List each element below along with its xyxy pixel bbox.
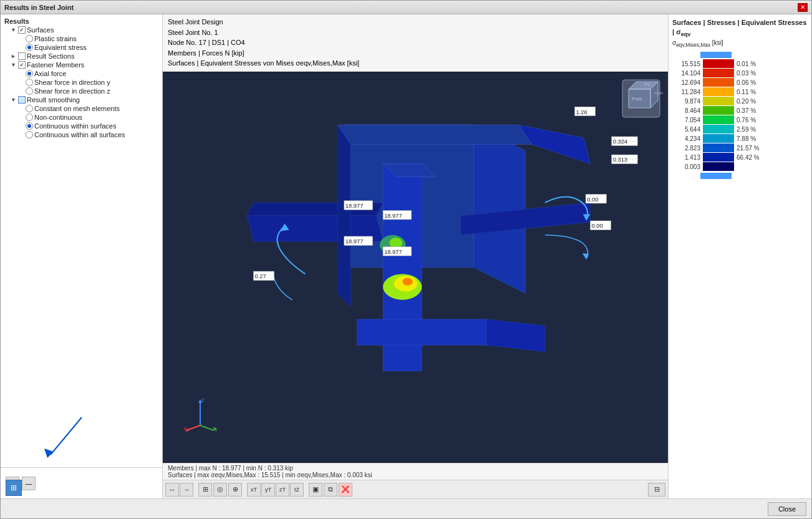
legend-color-swatch xyxy=(703,125,734,133)
legend-pct: 7.88 % xyxy=(737,135,756,142)
tree-row-cont-surf[interactable]: Continuous within surfaces xyxy=(3,122,160,130)
legend-value: 8.464 xyxy=(672,107,700,114)
minus-button[interactable]: — xyxy=(22,477,36,490)
legend-color-swatch xyxy=(703,59,734,68)
legend-color-swatch xyxy=(703,162,734,171)
legend-row: 5.644 2.59 % xyxy=(672,125,808,133)
left-panel: Results ▼ Surfaces Plastic strains Equiv… xyxy=(1,14,163,498)
radio-plastic[interactable] xyxy=(26,35,33,42)
window-close-button[interactable]: ✕ xyxy=(798,3,808,12)
info-line5: Surfaces | Equivalent Stresses von Mises… xyxy=(168,58,663,69)
legend-container: 15.515 0.01 % 14.104 0.03 % 12.694 0.06 … xyxy=(672,59,808,172)
tb-circle-btn[interactable]: ◎ xyxy=(213,483,227,497)
legend-value: 7.054 xyxy=(672,117,700,124)
svg-text:0.324: 0.324 xyxy=(613,138,627,145)
svg-text:18.977: 18.977 xyxy=(346,203,364,209)
center-panel: Steel Joint Design Steel Joint No. 1 Nod… xyxy=(163,14,668,498)
svg-line-59 xyxy=(200,425,214,430)
toolbar-group2: xT yT zT tZ xyxy=(247,483,304,497)
radio-constant[interactable] xyxy=(26,105,33,112)
tree-row-surfaces[interactable]: ▼ Surfaces xyxy=(3,26,160,34)
tb-move-btn[interactable]: ↔ xyxy=(165,483,179,497)
main-window: Results in Steel Joint ✕ Results ▼ Surfa… xyxy=(0,0,812,519)
table-button[interactable]: ⊞ xyxy=(6,480,22,496)
top-color-bar xyxy=(700,52,732,58)
left-panel-bottom: 👁 — ⊞ xyxy=(1,467,162,498)
tb-box-btn[interactable]: ▣ xyxy=(309,483,322,497)
tb-copy-btn[interactable]: ⧉ xyxy=(324,483,337,497)
tb-yt-btn[interactable]: yT xyxy=(261,483,275,497)
3d-scene: 0.324 0.313 1.26 18.977 18.977 18.9 xyxy=(163,72,668,463)
svg-text:Top: Top xyxy=(644,82,650,86)
svg-text:Right: Right xyxy=(654,91,663,95)
legend-value: 14.104 xyxy=(672,70,700,77)
radio-cont-surf[interactable] xyxy=(26,122,33,130)
tree-row-result-sections[interactable]: ► Result Sections xyxy=(3,52,160,61)
tree-row-shear-z[interactable]: Shear force in direction z xyxy=(3,87,160,95)
expand-smoothing-icon[interactable]: ▼ xyxy=(11,97,17,103)
radio-cont-all[interactable] xyxy=(26,131,33,138)
close-button[interactable]: Close xyxy=(768,502,806,516)
tree-row-equiv[interactable]: Equivalent stress xyxy=(3,43,160,52)
fastener-label: Fastener Members xyxy=(27,61,84,69)
tb-right-btn[interactable]: ⊟ xyxy=(648,483,665,497)
checkbox-surfaces[interactable] xyxy=(18,26,26,34)
tree-row-shear-y[interactable]: Shear force in direction y xyxy=(3,78,160,87)
legend-color-swatch xyxy=(703,69,734,77)
info-line2: Steel Joint No. 1 xyxy=(168,27,663,38)
checkbox-smoothing[interactable] xyxy=(18,96,26,104)
info-line4: Members | Forces N [kip] xyxy=(168,48,663,59)
svg-line-56 xyxy=(186,425,200,430)
tree-row-plastic[interactable]: Plastic strains xyxy=(3,34,160,43)
radio-axial[interactable] xyxy=(26,70,33,77)
bottom-color-bar xyxy=(700,173,732,179)
nav-cube[interactable]: Front Right Top xyxy=(619,77,663,120)
expand-sections-icon[interactable]: ► xyxy=(11,53,17,59)
svg-marker-4 xyxy=(473,125,525,293)
legend-pct: 0.20 % xyxy=(737,98,756,105)
radio-shear-y[interactable] xyxy=(26,79,33,86)
svg-text:X: X xyxy=(183,426,187,432)
svg-text:0.00: 0.00 xyxy=(587,196,598,202)
svg-text:Y: Y xyxy=(215,427,218,432)
checkbox-fastener[interactable] xyxy=(18,61,26,69)
status-bar: Members | max N : 18.977 | min N : 0.313… xyxy=(163,463,668,480)
tb-plus-btn[interactable]: ⊕ xyxy=(228,483,242,497)
legend-row: 11.284 0.11 % xyxy=(672,87,808,96)
expand-fastener-icon[interactable]: ▼ xyxy=(11,62,17,68)
tb-grid-btn[interactable]: ⊞ xyxy=(198,483,212,497)
status-line2: Surfaces | max σeqv,Mises,Max : 15.515 |… xyxy=(168,472,663,478)
legend-value: 9.874 xyxy=(672,98,700,105)
radio-noncont[interactable] xyxy=(26,114,33,121)
tree-row-fastener[interactable]: ▼ Fastener Members xyxy=(3,61,160,69)
legend-title-sub: σeqv,Mises,Max [ksi] xyxy=(672,39,723,46)
tb-xt-btn[interactable]: xT xyxy=(247,483,261,497)
svg-marker-14 xyxy=(357,319,487,345)
legend-title-main: Surfaces | Stresses | Equivalent Stresse… xyxy=(672,19,806,36)
legend-color-swatch xyxy=(703,87,734,96)
svg-text:18.977: 18.977 xyxy=(384,248,402,255)
tb-tz-btn[interactable]: tZ xyxy=(290,483,304,497)
svg-text:18.977: 18.977 xyxy=(346,238,364,245)
checkbox-sections[interactable] xyxy=(18,52,26,60)
tb-zt-btn[interactable]: zT xyxy=(276,483,289,497)
radio-equiv[interactable] xyxy=(26,44,33,51)
legend-row: 8.464 0.37 % xyxy=(672,106,808,115)
tree-row-constant[interactable]: Constant on mesh elements xyxy=(3,104,160,113)
tree-row-axial[interactable]: Axial force xyxy=(3,69,160,78)
viewport-3d[interactable]: 0.324 0.313 1.26 18.977 18.977 18.9 xyxy=(163,72,668,463)
legend-title: Surfaces | Stresses | Equivalent Stresse… xyxy=(672,18,808,49)
expand-surfaces-icon[interactable]: ▼ xyxy=(11,27,17,33)
tree-row-smoothing[interactable]: ▼ Result smoothing xyxy=(3,95,160,104)
shear-y-label: Shear force in direction y xyxy=(34,79,110,86)
tree-row-noncont[interactable]: Non-continuous xyxy=(3,113,160,122)
tb-cancel-btn[interactable]: ❌ xyxy=(339,483,352,497)
svg-text:Z: Z xyxy=(201,397,205,403)
tb-arrow-btn[interactable]: → xyxy=(180,483,193,497)
constant-label: Constant on mesh elements xyxy=(34,105,120,112)
legend-row: 0.003 xyxy=(672,162,808,171)
tree-row-cont-all[interactable]: Continuous within all surfaces xyxy=(3,130,160,139)
legend-row: 4.234 7.88 % xyxy=(672,134,808,143)
svg-text:0.00: 0.00 xyxy=(591,223,602,229)
radio-shear-z[interactable] xyxy=(26,87,33,95)
